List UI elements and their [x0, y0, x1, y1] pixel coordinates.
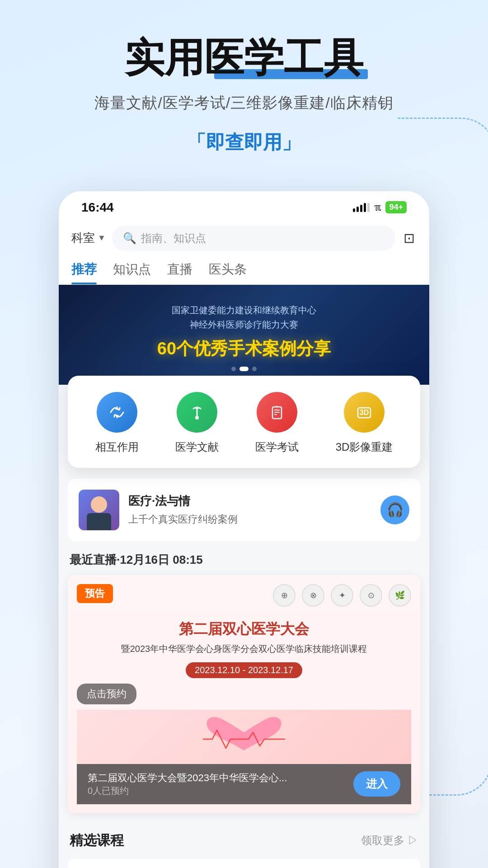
logo-3: ✦	[331, 584, 353, 607]
nav-tabs: 推荐 知识点 直播 医头条	[59, 257, 429, 285]
book-button[interactable]: 点击预约	[77, 684, 136, 704]
card-desc: 上千个真实医疗纠纷案例	[128, 513, 371, 526]
card-action-button[interactable]: 🎧	[380, 495, 409, 524]
header-section: 实用医学工具 海量文献/医学考试/三维影像重建/临床精钥 即查即用	[0, 0, 488, 173]
svg-text:A: A	[276, 405, 279, 409]
tab-live[interactable]: 直播	[167, 261, 192, 284]
tab-recommend[interactable]: 推荐	[71, 261, 97, 284]
quick-actions-card: 相互作用 医学文献	[68, 376, 420, 468]
logo-1: ⊕	[273, 584, 296, 607]
main-title: 实用医学工具	[125, 36, 363, 80]
search-placeholder: 指南、知识点	[141, 231, 206, 245]
logo-4: ⊙	[360, 584, 382, 607]
action-label-exam: 医学考试	[255, 440, 299, 454]
banner-title: 60个优秀手术案例分享	[77, 337, 411, 360]
signal-bars-icon	[353, 203, 370, 212]
action-item-interaction[interactable]: 相互作用	[95, 392, 139, 454]
search-box[interactable]: 🔍 指南、知识点	[112, 226, 395, 251]
search-area: 科室 ▼ 🔍 指南、知识点 ⊡	[59, 219, 429, 257]
live-logos: ⊕ ⊗ ✦ ⊙ 🌿	[273, 584, 411, 607]
live-card[interactable]: 预告 ⊕ ⊗ ✦ ⊙ 🌿 第二届双心医学大会 暨2023年中华医学会心身医学分会…	[68, 575, 420, 813]
live-section-header: 最近直播·12月16日 08:15	[59, 541, 429, 575]
status-bar: 16:44 ℼ 94+	[59, 191, 429, 219]
phone-mockup: 16:44 ℼ 94+ 科室 ▼ 🔍 指南、知识点 ⊡ 推荐 知识点 直播	[59, 191, 429, 868]
featured-title: 精选课程	[70, 831, 124, 850]
live-banner: 预告 ⊕ ⊗ ✦ ⊙ 🌿 第二届双心医学大会 暨2023年中华医学会心身医学分会…	[68, 575, 420, 813]
headphone-icon: 🎧	[387, 502, 404, 518]
live-event-subtitle: 暨2023年中华医学会心身医学分会双心医学临床技能培训课程	[77, 643, 411, 655]
dept-filter[interactable]: 科室 ▼	[71, 230, 106, 246]
logo-2: ⊗	[302, 584, 324, 607]
enter-button[interactable]: 进入	[353, 771, 400, 797]
status-icons: ℼ 94+	[353, 201, 407, 213]
banner-dot-active	[239, 367, 249, 371]
live-illustration	[77, 710, 411, 764]
banner: 国家卫健委能力建设和继续教育中心 神经外科医师诊疗能力大赛 60个优秀手术案例分…	[59, 285, 429, 385]
live-event-title: 第二届双心医学大会	[77, 619, 411, 639]
interaction-icon	[97, 392, 137, 433]
action-label-3d: 3D影像重建	[336, 440, 393, 454]
card-title: 医疗·法与情	[128, 493, 371, 509]
battery-badge: 94+	[385, 201, 407, 213]
action-item-3d[interactable]: 3D 3D影像重建	[336, 392, 393, 454]
live-card-bottom: 第二届双心医学大会暨2023年中华医学会心... 0人已预约 进入	[77, 764, 411, 804]
svg-point-4	[195, 416, 199, 420]
action-label-interaction: 相互作用	[95, 440, 139, 454]
wifi-icon: ℼ	[374, 202, 381, 213]
banner-dot	[231, 367, 236, 371]
dept-label: 科室	[71, 230, 95, 246]
action-item-exam[interactable]: A 医学考试	[255, 392, 299, 454]
banner-org: 国家卫健委能力建设和继续教育中心 神经外科医师诊疗能力大赛	[77, 303, 411, 332]
3d-icon: 3D	[344, 392, 385, 433]
subtitle: 海量文献/医学考试/三维影像重建/临床精钥	[27, 93, 461, 113]
action-item-literature[interactable]: 医学文献	[175, 392, 219, 454]
banner-dot	[252, 367, 257, 371]
action-label-literature: 医学文献	[175, 440, 219, 454]
status-time: 16:44	[81, 200, 114, 215]
featured-section: 精选课程 领取更多 ▷	[59, 822, 429, 859]
booking-count: 0人已预约	[88, 785, 353, 797]
tagline: 即查即用	[182, 130, 306, 155]
exam-icon: A	[257, 392, 297, 433]
course-item[interactable]: 单孔胸腔镜右肺上叶切除术	[68, 859, 420, 868]
message-icon[interactable]: ⊡	[402, 230, 417, 246]
filter-arrow-icon: ▼	[98, 233, 106, 243]
more-link[interactable]: 领取更多 ▷	[361, 833, 418, 848]
literature-icon	[177, 392, 217, 433]
date-range: 2023.12.10 - 2023.12.17	[186, 662, 302, 678]
search-icon: 🔍	[123, 232, 136, 245]
content-card-law[interactable]: 医疗·法与情 上千个真实医疗纠纷案例 🎧	[68, 479, 420, 541]
svg-text:3D: 3D	[360, 409, 369, 416]
card-avatar	[79, 490, 119, 530]
tab-headlines[interactable]: 医头条	[209, 261, 247, 284]
tab-knowledge[interactable]: 知识点	[113, 261, 151, 284]
card-info: 医疗·法与情 上千个真实医疗纠纷案例	[128, 493, 371, 526]
banner-dots	[77, 367, 411, 371]
logo-5: 🌿	[389, 584, 411, 607]
live-date-badge: 2023.12.10 - 2023.12.17	[77, 662, 411, 678]
live-card-text: 第二届双心医学大会暨2023年中华医学会心...	[88, 771, 353, 785]
live-tag: 预告	[77, 584, 113, 603]
phone-content: 国家卫健委能力建设和继续教育中心 神经外科医师诊疗能力大赛 60个优秀手术案例分…	[59, 285, 429, 868]
